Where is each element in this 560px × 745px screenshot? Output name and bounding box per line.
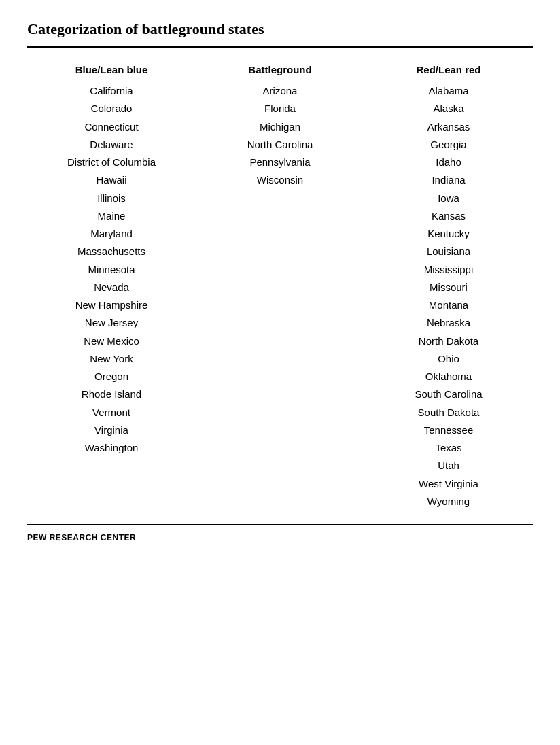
list-item: Alaska <box>433 100 463 118</box>
list-item: North Dakota <box>419 332 478 350</box>
list-item: Delaware <box>90 136 133 154</box>
list-item: California <box>90 82 133 100</box>
column-header-battleground: Battleground <box>248 64 311 75</box>
list-item: West Virginia <box>419 475 478 493</box>
list-item: Arizona <box>263 82 298 100</box>
list-item: Connecticut <box>84 118 138 136</box>
footer: PEW RESEARCH CENTER <box>27 524 533 543</box>
list-item: Iowa <box>438 190 459 207</box>
list-item: Missouri <box>430 279 468 296</box>
list-item: Louisiana <box>427 243 470 260</box>
footer-text: PEW RESEARCH CENTER <box>27 533 136 542</box>
list-item: New Mexico <box>84 332 139 350</box>
list-item: Georgia <box>430 136 466 154</box>
list-item: Massachusetts <box>77 243 145 260</box>
column-blue: Blue/Lean blueCaliforniaColoradoConnecti… <box>27 64 196 457</box>
list-item: Idaho <box>436 154 461 171</box>
list-item: South Carolina <box>415 385 482 403</box>
list-item: Mississippi <box>424 261 474 279</box>
list-item: Ohio <box>438 350 459 368</box>
list-item: Nevada <box>94 279 129 296</box>
list-item: Florida <box>264 100 296 118</box>
list-item: Montana <box>429 296 468 314</box>
list-item: Virginia <box>94 421 128 439</box>
list-item: Michigan <box>260 118 300 136</box>
list-item: Oregon <box>94 368 128 385</box>
column-battleground: BattlegroundArizonaFloridaMichiganNorth … <box>196 64 364 190</box>
list-item: Tennessee <box>424 421 474 439</box>
column-header-red: Red/Lean red <box>416 64 480 75</box>
chart-title: Categorization of battleground states <box>27 20 533 48</box>
list-item: Indiana <box>432 171 465 189</box>
list-item: Wyoming <box>427 493 470 510</box>
list-item: Wisconsin <box>257 171 303 189</box>
list-item: Maryland <box>90 225 133 243</box>
list-item: Alabama <box>428 82 468 100</box>
columns-container: Blue/Lean blueCaliforniaColoradoConnecti… <box>27 64 533 510</box>
column-header-blue: Blue/Lean blue <box>75 64 148 75</box>
list-item: Washington <box>85 439 139 457</box>
list-item: Texas <box>435 439 461 457</box>
list-item: Hawaii <box>96 171 126 189</box>
list-item: New Hampshire <box>75 296 148 314</box>
list-item: South Dakota <box>418 404 480 421</box>
list-item: Oklahoma <box>425 368 472 385</box>
column-red: Red/Lean redAlabamaAlaskaArkansasGeorgia… <box>364 64 533 510</box>
list-item: District of Columbia <box>67 154 156 171</box>
list-item: Colorado <box>91 100 133 118</box>
list-item: Nebraska <box>427 314 470 332</box>
list-item: Utah <box>438 457 459 474</box>
list-item: Maine <box>98 207 126 225</box>
list-item: Minnesota <box>88 261 135 279</box>
list-item: Kansas <box>432 207 466 225</box>
list-item: Pennsylvania <box>249 154 310 171</box>
list-item: Kentucky <box>427 225 470 243</box>
list-item: Illinois <box>97 190 126 207</box>
list-item: Vermont <box>92 404 130 421</box>
list-item: North Carolina <box>247 136 313 154</box>
list-item: New Jersey <box>85 314 138 332</box>
list-item: New York <box>90 350 133 368</box>
list-item: Rhode Island <box>82 385 141 403</box>
list-item: Arkansas <box>427 118 470 136</box>
